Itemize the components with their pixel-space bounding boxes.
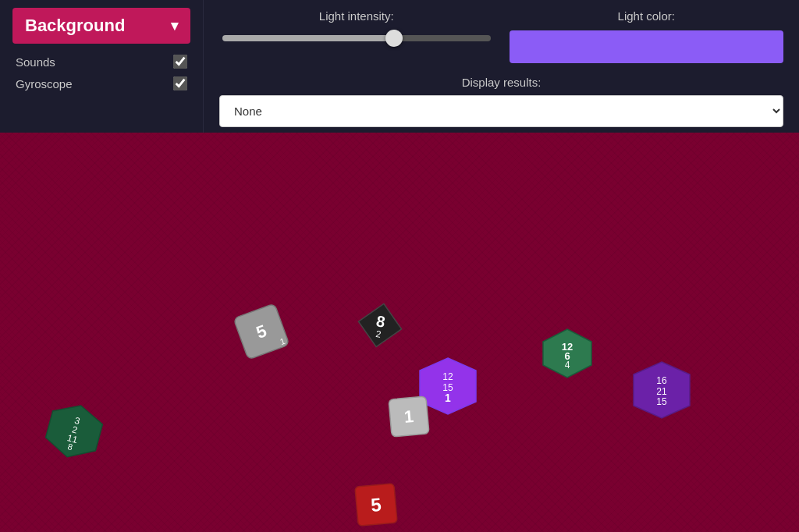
svg-text:21: 21	[656, 386, 667, 397]
display-results-select[interactable]: None Sum Individual	[219, 95, 783, 127]
svg-text:12: 12	[442, 371, 453, 382]
die-d6-gray[interactable]: 5 1	[232, 302, 292, 362]
svg-text:4: 4	[565, 360, 570, 371]
die-d6-lightgray[interactable]: 1	[387, 395, 431, 438]
svg-text:15: 15	[656, 396, 667, 407]
svg-text:1: 1	[445, 392, 451, 404]
die-d8-black[interactable]: 8 2	[351, 296, 409, 354]
sounds-checkbox[interactable]	[173, 55, 187, 69]
background-button[interactable]: Background ▾	[12, 8, 190, 44]
die-d6-red[interactable]: 5	[353, 482, 400, 528]
gyroscope-label: Gyroscope	[16, 77, 73, 90]
controls-top: Light intensity: Light color:	[219, 9, 783, 63]
slider-wrapper	[219, 30, 494, 44]
light-color-label: Light color:	[618, 9, 675, 23]
die-d10-darkgreen[interactable]: 3 2 11 8	[39, 395, 111, 467]
background-label: Background	[25, 16, 125, 36]
gyroscope-row: Gyroscope	[12, 76, 190, 90]
svg-text:5: 5	[370, 494, 382, 516]
right-panel: Light intensity: Light color: Display re…	[203, 0, 799, 133]
gyroscope-checkbox[interactable]	[173, 76, 187, 90]
dice-area: 5 1 8 2 12 6 4 12 15 1 1 16 21 15 3 2 11…	[0, 133, 799, 532]
die-d20-darkpurple[interactable]: 16 21 15	[630, 359, 693, 421]
sounds-row: Sounds	[12, 55, 190, 69]
light-color-section: Light color:	[510, 9, 784, 63]
svg-text:16: 16	[656, 375, 667, 386]
light-intensity-section: Light intensity:	[219, 9, 494, 44]
svg-text:1: 1	[403, 406, 414, 427]
chevron-down-icon: ▾	[171, 17, 178, 34]
sounds-label: Sounds	[16, 55, 55, 69]
top-bar: Background ▾ Sounds Gyroscope Light inte…	[0, 0, 799, 133]
die-d10-green[interactable]: 12 6 4	[540, 326, 595, 381]
display-results-label: Display results:	[462, 76, 542, 89]
light-intensity-label: Light intensity:	[319, 9, 394, 23]
light-color-swatch[interactable]	[510, 30, 784, 63]
display-results-section: Display results: None Sum Individual	[219, 76, 783, 127]
light-intensity-slider[interactable]	[222, 35, 491, 41]
left-panel: Background ▾ Sounds Gyroscope	[0, 0, 203, 133]
